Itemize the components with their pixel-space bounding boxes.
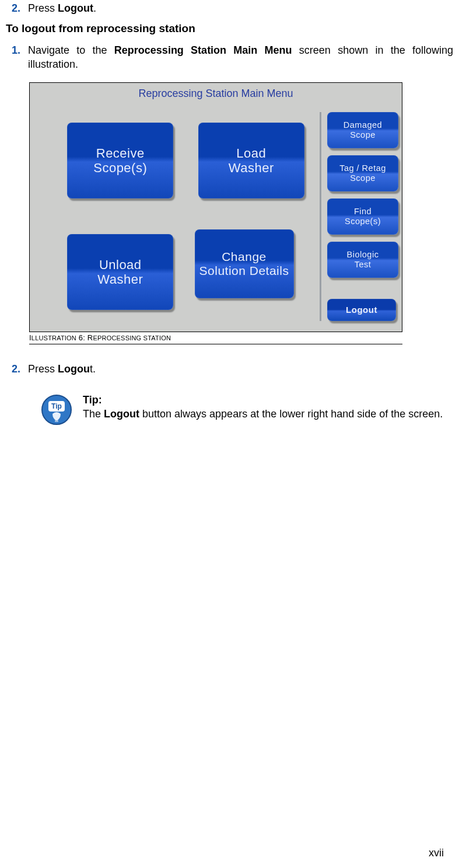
tip-title: Tip: (83, 393, 443, 407)
illustration-caption: ILLUSTRATION 6: REPROCESSING STATION (29, 333, 402, 345)
page-number: xvii (429, 846, 444, 860)
step-number: 2. (12, 1, 28, 15)
svg-text:Tip: Tip (51, 402, 62, 410)
main-button-area: Receive Scope(s) Load Washer Unload Wash… (34, 112, 320, 321)
step-1: 1. Navigate to the Reprocessing Station … (12, 43, 453, 72)
tag-retag-scope-button[interactable]: Tag / Retag Scope (327, 155, 398, 191)
receive-scopes-button[interactable]: Receive Scope(s) (67, 123, 173, 198)
illustration-body: Receive Scope(s) Load Washer Unload Wash… (30, 104, 402, 332)
tip-body: The Logout button always appears at the … (83, 407, 443, 421)
step-text: Press Logout. (28, 362, 453, 376)
step-text: Press Logout. (28, 1, 453, 15)
tip-block: Tip Tip: The Logout button always appear… (41, 393, 453, 426)
illustration-frame: Reprocessing Station Main Menu Receive S… (29, 82, 402, 332)
step-2: 2. Press Logout. (12, 362, 453, 376)
step-top: 2. Press Logout. (12, 1, 453, 15)
tip-text: Tip: The Logout button always appears at… (83, 393, 443, 421)
step-number: 1. (12, 43, 28, 57)
illustration-6: Reprocessing Station Main Menu Receive S… (29, 82, 402, 345)
logout-button[interactable]: Logout (327, 299, 396, 321)
damaged-scope-button[interactable]: Damaged Scope (327, 112, 398, 148)
section-heading: To logout from reprocessing station (6, 21, 453, 36)
unload-washer-button[interactable]: Unload Washer (67, 234, 173, 310)
load-washer-button[interactable]: Load Washer (198, 123, 304, 198)
tip-icon: Tip (41, 394, 72, 426)
side-button-area: Damaged Scope Tag / Retag Scope Find Sco… (320, 112, 397, 321)
find-scopes-button[interactable]: Find Scope(s) (327, 198, 398, 235)
illustration-title: Reprocessing Station Main Menu (30, 83, 402, 104)
biologic-test-button[interactable]: Biologic Test (327, 242, 398, 278)
change-solution-details-button[interactable]: Change Solution Details (195, 229, 294, 298)
side-spacer (327, 285, 396, 292)
step-number: 2. (12, 362, 28, 376)
step-text: Navigate to the Reprocessing Station Mai… (28, 43, 453, 72)
svg-rect-3 (55, 420, 58, 422)
